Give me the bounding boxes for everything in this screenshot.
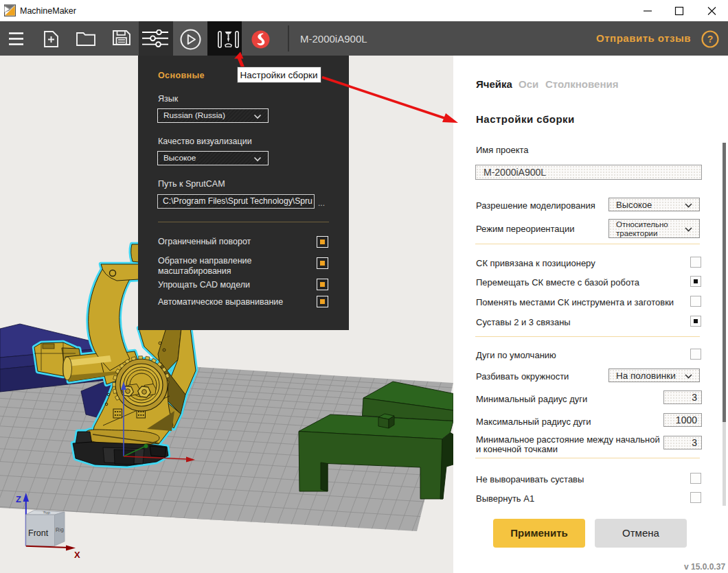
svg-text:Z: Z	[16, 494, 21, 504]
svg-text:?: ?	[707, 34, 714, 45]
svg-text:Top: Top	[43, 511, 50, 514]
svg-text:Rig: Rig	[56, 526, 65, 533]
svg-text:Front: Front	[28, 528, 49, 538]
svg-text:X: X	[74, 550, 80, 560]
